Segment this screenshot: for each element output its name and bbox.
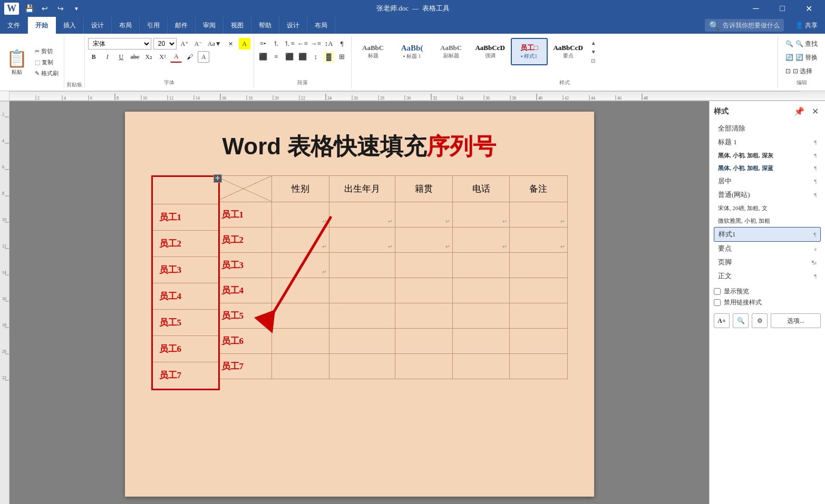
align-left-button[interactable]: ⬛ [257,51,269,63]
copy-button[interactable]: ⬚ 复制 [33,57,61,67]
style-subheading[interactable]: AaBbC 副标题 [433,38,470,65]
show-marks-button[interactable]: ¶ [336,38,348,50]
style-list-center[interactable]: 居中 ¶ [714,174,821,188]
cut-button[interactable]: ✂ 剪切 [33,46,61,56]
cell-emp3-gender: ↵ [272,252,329,278]
tab-table-layout[interactable]: 布局 [307,17,335,34]
bullets-button[interactable]: ≡• [257,38,269,50]
tab-layout[interactable]: 布局 [112,17,140,34]
style-heading[interactable]: AaBbC 标题 [355,38,392,65]
styles-expand-icon[interactable]: ⊡ [591,58,596,64]
style-list-normal-web[interactable]: 普通(网站) ¶ [714,188,821,202]
styles-scroll-down-icon[interactable]: ▼ [591,49,596,55]
style-heading1[interactable]: AaBb( ▪ 标题 1 [394,38,431,65]
tab-mailings[interactable]: 邮件 [168,17,196,34]
svg-text:8: 8 [117,96,119,100]
borders-button[interactable]: ⊞ [336,51,348,63]
text-highlight-button[interactable]: A [239,38,250,50]
style-list-songti-20[interactable]: 宋体, 20磅, 加粗, 文 [714,202,821,214]
show-preview-checkbox[interactable] [714,288,721,295]
tab-references[interactable]: 引用 [140,17,168,34]
strikethrough-button[interactable]: abc [129,51,141,63]
svg-line-72 [215,176,272,202]
tab-design[interactable]: 设计 [84,17,112,34]
svg-text:4: 4 [64,96,66,100]
font-grow-button[interactable]: A⁺ [179,38,190,50]
subscript-button[interactable]: X₂ [143,51,154,63]
clear-format-button[interactable]: ✕ [225,38,237,50]
svg-text:8: 8 [2,191,4,196]
paste-button[interactable]: 📋 粘贴 [3,37,31,87]
table-move-handle[interactable]: ✛ [213,174,222,183]
style-inspector-button[interactable]: 🔍 [733,313,749,328]
justify-button[interactable]: ⬛ [297,51,308,63]
select-button[interactable]: ⊡ ⊡ 选择 [782,65,821,77]
style-list-heading1[interactable]: 标题 1 ¶ [714,135,821,149]
panel-close-button[interactable]: ✕ [810,105,821,117]
show-preview-label: 显示预览 [724,287,749,296]
save-icon[interactable]: 💾 [23,3,35,14]
style-emphasis[interactable]: AaBbCcD 强调 [472,38,509,65]
tab-review[interactable]: 审阅 [196,17,224,34]
options-button[interactable]: 选项... [771,313,821,328]
ruler-area: 2 4 6 8 10 12 14 16 18 [0,91,825,101]
tab-insert[interactable]: 插入 [56,17,84,34]
font-size-select[interactable]: 20 [153,38,177,50]
sort-button[interactable]: ↕A [323,38,335,50]
tab-table-design[interactable]: 设计 [279,17,307,34]
qa-more-icon[interactable]: ▼ [71,3,82,14]
tab-file[interactable]: 文件 [0,17,28,34]
search-bar[interactable]: 🔍 告诉我你想要做什么 [705,19,784,32]
underline-button[interactable]: U [115,51,127,63]
close-button[interactable]: ✕ [797,0,821,17]
undo-icon[interactable]: ↩ [39,3,51,14]
replace-button[interactable]: 🔄 🔄 替换 [782,52,821,64]
style-list-blackbold-dark[interactable]: 黑体, 小初, 加租, 深灰 ¶ [714,149,821,162]
tab-home[interactable]: 开始 [28,17,56,34]
titlebar-right: ─ □ ✕ [744,0,821,17]
clear-all-button[interactable]: 全部清除 [714,122,821,135]
find-button[interactable]: 🔍 🔍 查找 [782,38,821,50]
font-color-button[interactable]: A [170,51,182,63]
shading-button[interactable]: ▓ [323,51,335,63]
cell-emp2-notes: ↵ [510,227,567,252]
cell-emp2-name: 员工2 [215,227,272,252]
change-case-button[interactable]: Aa▼ [206,38,223,50]
indent-less-button[interactable]: ←≡ [297,38,308,50]
share-button[interactable]: 👤 共享 [788,17,825,34]
disable-linked-checkbox[interactable] [714,299,721,306]
panel-pin-icon[interactable]: 📌 [792,105,807,117]
redo-icon[interactable]: ↪ [55,3,66,14]
indent-more-button[interactable]: →≡ [310,38,322,50]
format-painter-button[interactable]: ✎ 格式刷 [33,68,61,78]
numbering-button[interactable]: ⒈ [270,38,282,50]
maximize-button[interactable]: □ [770,0,794,17]
multilevel-list-button[interactable]: ⒈≡ [284,38,295,50]
font-border-button[interactable]: A [198,51,209,63]
style-style1[interactable]: 员工□ ▪ 样式1 [511,38,548,65]
superscript-button[interactable]: X² [157,51,168,63]
style-list-style1[interactable]: 样式1 ¶ [714,227,821,242]
cell-emp4-gender [272,278,329,303]
style-keypoint[interactable]: AaBbCcD 要点 [550,38,587,65]
style-list-blackbold-darkblue[interactable]: 黑体, 小初, 加租, 深蓝 ¶ [714,162,821,174]
italic-button[interactable]: I [102,51,113,63]
align-right-button[interactable]: ⬛ [284,51,295,63]
line-spacing-button[interactable]: ↕ [310,51,322,63]
styles-scroll-up-icon[interactable]: ▲ [591,40,596,46]
minimize-button[interactable]: ─ [744,0,768,17]
bold-button[interactable]: B [88,51,100,63]
style-list-body[interactable]: 正文 ¶ [714,269,821,283]
new-style-button[interactable]: A+ [714,313,730,328]
cell-emp6-native [395,328,452,353]
style-list-keypoint[interactable]: 要点 a [714,242,821,255]
text-shading-button[interactable]: 🖌 [184,51,196,63]
align-center-button[interactable]: ≡ [270,51,282,63]
manage-styles-button[interactable]: ⚙ [752,313,768,328]
font-shrink-button[interactable]: A⁻ [192,38,204,50]
tab-view[interactable]: 视图 [224,17,251,34]
style-list-footer[interactable]: 页脚 ¶a [714,255,821,269]
tab-help[interactable]: 帮助 [251,17,279,34]
font-family-select[interactable]: 宋体 [88,38,151,50]
style-list-weisof[interactable]: 微软雅黑, 小初, 加粗 [714,214,821,227]
